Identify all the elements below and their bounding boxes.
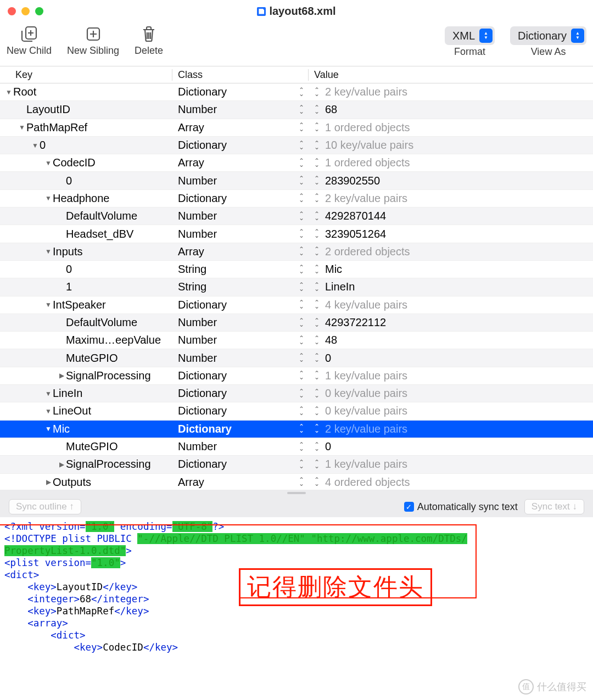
table-row[interactable]: ▼0Dictionary10 key/value pairs	[0, 137, 593, 154]
stepper-icon[interactable]	[314, 177, 321, 184]
stepper-icon[interactable]	[314, 142, 321, 149]
stepper-icon[interactable]	[314, 248, 321, 255]
stepper-icon[interactable]	[299, 372, 304, 379]
stepper-icon[interactable]	[314, 319, 321, 327]
delete-button[interactable]: Delete	[135, 24, 163, 57]
stepper-icon[interactable]	[314, 194, 321, 202]
column-header-value[interactable]: Value	[309, 69, 593, 81]
auto-sync-checkbox[interactable]: ✓ Automatically sync text	[404, 501, 518, 513]
stepper-icon[interactable]	[314, 478, 321, 486]
chevron-down-icon[interactable]: ▼	[31, 142, 40, 149]
table-row[interactable]: ▼HeadphoneDictionary2 key/value pairs	[0, 190, 593, 208]
stepper-icon[interactable]	[314, 266, 321, 273]
table-row[interactable]: ▼RootDictionary2 key/value pairs	[0, 83, 593, 101]
stepper-icon[interactable]	[314, 407, 321, 415]
close-icon[interactable]	[8, 7, 16, 15]
stepper-icon[interactable]	[299, 142, 304, 149]
table-row[interactable]: ▼MicDictionary2 key/value pairs	[0, 421, 593, 438]
stepper-icon[interactable]	[299, 88, 304, 96]
table-row[interactable]: ▼LineInDictionary0 key/value pairs	[0, 385, 593, 402]
stepper-icon[interactable]	[299, 159, 304, 167]
table-row[interactable]: DefaultVolumeNumber4293722112	[0, 314, 593, 332]
chevron-right-icon[interactable]: ▶	[57, 461, 66, 468]
stepper-icon[interactable]	[299, 390, 304, 397]
outline-view[interactable]: ▼RootDictionary2 key/value pairsLayoutID…	[0, 83, 593, 490]
stepper-icon[interactable]	[299, 461, 304, 468]
stepper-icon[interactable]	[299, 425, 304, 433]
table-row[interactable]: ▶OutputsArray4 ordered objects	[0, 474, 593, 490]
viewas-selector[interactable]: Dictionary	[510, 26, 586, 45]
stepper-icon[interactable]	[299, 354, 304, 362]
stepper-icon[interactable]	[314, 283, 321, 291]
stepper-icon[interactable]	[314, 372, 321, 379]
stepper-icon[interactable]	[314, 461, 321, 468]
splitter-handle[interactable]	[0, 490, 593, 496]
chevron-down-icon[interactable]: ▼	[44, 248, 53, 255]
stepper-icon[interactable]	[314, 301, 321, 309]
stepper-icon[interactable]	[299, 266, 304, 273]
sync-text-button[interactable]: Sync text ↓	[524, 499, 584, 514]
stepper-icon[interactable]	[314, 390, 321, 397]
stepper-icon[interactable]	[299, 283, 304, 291]
class-text: Dictionary	[178, 139, 227, 152]
chevron-right-icon[interactable]: ▶	[44, 478, 53, 486]
stepper-icon[interactable]	[299, 106, 304, 114]
stepper-icon[interactable]	[314, 106, 321, 114]
new-sibling-button[interactable]: New Sibling	[67, 24, 119, 57]
chevron-down-icon[interactable]: ▼	[44, 301, 53, 309]
stepper-icon[interactable]	[299, 407, 304, 415]
stepper-icon[interactable]	[314, 124, 321, 131]
stepper-icon[interactable]	[314, 159, 321, 167]
stepper-icon[interactable]	[314, 212, 321, 220]
stepper-icon[interactable]	[299, 212, 304, 220]
sync-outline-button[interactable]: Sync outline ↑	[9, 499, 81, 514]
table-row[interactable]: LayoutIDNumber68	[0, 101, 593, 119]
chevron-down-icon[interactable]: ▼	[44, 407, 53, 415]
chevron-down-icon[interactable]: ▼	[44, 159, 53, 167]
stepper-icon[interactable]	[299, 478, 304, 486]
table-row[interactable]: MuteGPIONumber0	[0, 438, 593, 456]
stepper-icon[interactable]	[299, 443, 304, 451]
stepper-icon[interactable]	[299, 319, 304, 327]
minimize-icon[interactable]	[21, 7, 30, 15]
table-row[interactable]: ▼CodecIDArray1 ordered objects	[0, 154, 593, 172]
table-row[interactable]: DefaultVolumeNumber4292870144	[0, 208, 593, 225]
chevron-down-icon[interactable]: ▼	[44, 390, 53, 397]
stepper-icon[interactable]	[299, 124, 304, 131]
chevron-down-icon[interactable]: ▼	[4, 88, 13, 96]
chevron-right-icon[interactable]: ▶	[57, 372, 66, 379]
stepper-icon[interactable]	[314, 425, 321, 433]
stepper-icon[interactable]	[314, 354, 321, 362]
table-row[interactable]: Maximu…eepValueNumber48	[0, 332, 593, 349]
table-row[interactable]: ▶SignalProcessingDictionary1 key/value p…	[0, 456, 593, 473]
table-row[interactable]: MuteGPIONumber0	[0, 349, 593, 367]
stepper-icon[interactable]	[299, 177, 304, 184]
stepper-icon[interactable]	[299, 230, 304, 238]
table-row[interactable]: ▶SignalProcessingDictionary1 key/value p…	[0, 367, 593, 385]
column-header-class[interactable]: Class	[172, 69, 309, 81]
chevron-down-icon[interactable]: ▼	[18, 124, 26, 131]
table-row[interactable]: 1StringLineIn	[0, 278, 593, 296]
table-row[interactable]: 0StringMic	[0, 261, 593, 278]
stepper-icon[interactable]	[299, 248, 304, 255]
stepper-icon[interactable]	[314, 443, 321, 451]
table-row[interactable]: Headset_dBVNumber3239051264	[0, 225, 593, 243]
chevron-down-icon[interactable]: ▼	[44, 194, 53, 202]
stepper-icon[interactable]	[299, 337, 304, 344]
stepper-icon[interactable]	[314, 337, 321, 344]
table-row[interactable]: 0Number283902550	[0, 172, 593, 189]
code-line: <key>CodecID</key>	[4, 641, 589, 653]
table-row[interactable]: ▼PathMapRefArray1 ordered objects	[0, 119, 593, 137]
stepper-icon[interactable]	[299, 301, 304, 309]
stepper-icon[interactable]	[299, 194, 304, 202]
table-row[interactable]: ▼IntSpeakerDictionary4 key/value pairs	[0, 296, 593, 314]
stepper-icon[interactable]	[314, 230, 321, 238]
table-row[interactable]: ▼InputsArray2 ordered objects	[0, 243, 593, 261]
zoom-icon[interactable]	[35, 7, 43, 15]
stepper-icon[interactable]	[314, 88, 321, 96]
chevron-down-icon[interactable]: ▼	[44, 425, 53, 433]
table-row[interactable]: ▼LineOutDictionary0 key/value pairs	[0, 402, 593, 420]
new-child-button[interactable]: New Child	[7, 24, 52, 57]
format-selector[interactable]: XML	[445, 26, 495, 45]
column-header-key[interactable]: Key	[0, 69, 172, 81]
